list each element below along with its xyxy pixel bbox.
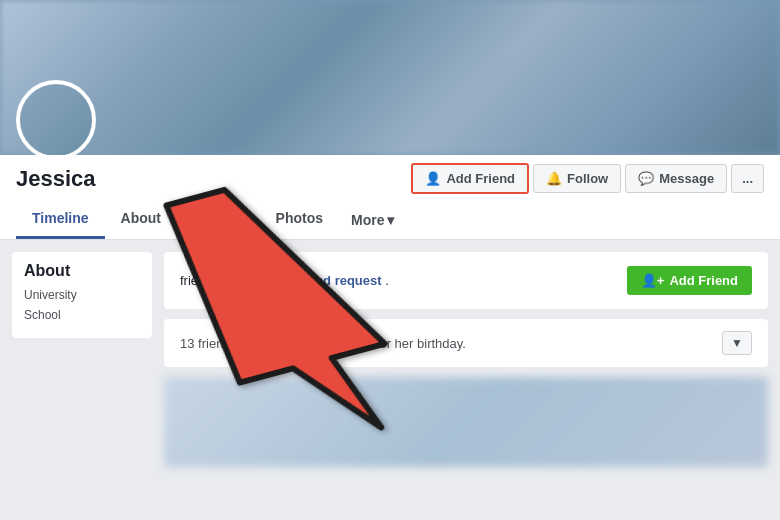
- profile-name-row: Jessica 👤 Add Friend 🔔 Follow 💬 Message …: [16, 155, 764, 198]
- more-label: ...: [742, 171, 753, 186]
- blurred-content: [164, 377, 768, 467]
- friend-request-prefix: friends,: [180, 273, 223, 288]
- profile-photo-area: [16, 80, 96, 155]
- tab-timeline[interactable]: Timeline: [16, 200, 105, 239]
- birthday-text: 13 friends posted on her Timeline for he…: [180, 336, 466, 351]
- friend-request-suffix: .: [385, 273, 389, 288]
- about-section: About University School: [12, 252, 152, 338]
- tab-friends[interactable]: Friends: [177, 200, 260, 239]
- friend-request-link[interactable]: send her a friend request: [226, 273, 381, 288]
- about-item-school: School: [24, 308, 140, 322]
- main-feed: friends, send her a friend request . 👤+ …: [164, 252, 768, 475]
- message-button[interactable]: 💬 Message: [625, 164, 727, 193]
- more-button[interactable]: ...: [731, 164, 764, 193]
- birthday-dropdown-button[interactable]: ▼: [722, 331, 752, 355]
- add-friend-label: Add Friend: [446, 171, 515, 186]
- profile-photo[interactable]: [16, 80, 96, 155]
- profile-actions: 👤 Add Friend 🔔 Follow 💬 Message ...: [411, 163, 764, 194]
- follow-label: Follow: [567, 171, 608, 186]
- message-icon: 💬: [638, 171, 654, 186]
- birthday-dropdown-label: ▼: [731, 336, 743, 350]
- profile-header: Jessica 👤 Add Friend 🔔 Follow 💬 Message …: [0, 155, 780, 240]
- about-item-university: University: [24, 288, 140, 302]
- add-friend-button[interactable]: 👤 Add Friend: [411, 163, 529, 194]
- message-label: Message: [659, 171, 714, 186]
- add-friend-green-label: Add Friend: [669, 273, 738, 288]
- add-friend-green-button[interactable]: 👤+ Add Friend: [627, 266, 752, 295]
- profile-nav: Timeline About Friends Photos More ▾: [16, 200, 764, 239]
- friend-request-text: friends, send her a friend request .: [180, 273, 389, 288]
- left-sidebar: About University School: [12, 252, 152, 475]
- tab-about[interactable]: About: [105, 200, 177, 239]
- add-friend-green-icon: 👤+: [641, 273, 665, 288]
- add-friend-icon: 👤: [425, 171, 441, 186]
- page-wrapper: Jessica 👤 Add Friend 🔔 Follow 💬 Message …: [0, 0, 780, 520]
- cover-photo: [0, 0, 780, 155]
- friend-request-banner: friends, send her a friend request . 👤+ …: [164, 252, 768, 309]
- birthday-banner: 13 friends posted on her Timeline for he…: [164, 319, 768, 367]
- profile-name: Jessica: [16, 166, 96, 192]
- tab-photos[interactable]: Photos: [260, 200, 339, 239]
- chevron-down-icon: ▾: [387, 212, 394, 228]
- follow-button[interactable]: 🔔 Follow: [533, 164, 621, 193]
- tab-more[interactable]: More ▾: [339, 202, 406, 238]
- content-inner: About University School friends, send he…: [0, 252, 780, 475]
- about-heading: About: [24, 262, 140, 280]
- cover-blur-overlay: [0, 0, 780, 155]
- follow-icon: 🔔: [546, 171, 562, 186]
- main-content: About University School friends, send he…: [0, 240, 780, 520]
